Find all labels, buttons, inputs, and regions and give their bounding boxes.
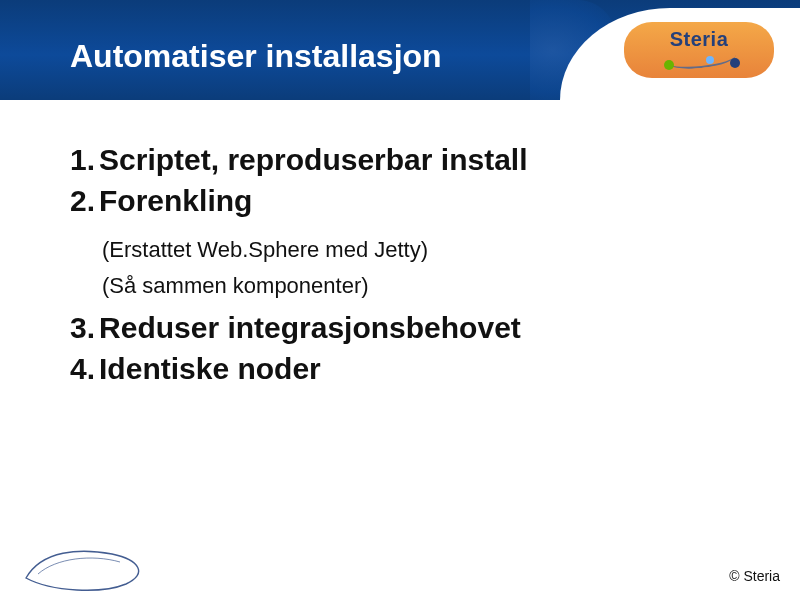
list-text: Reduser integrasjonsbehovet (99, 311, 521, 344)
logo-dot-icon (730, 58, 740, 68)
list-text: Scriptet, reproduserbar install (99, 143, 527, 176)
footer-scribble-icon (22, 544, 152, 592)
slide-title: Automatiser installasjon (70, 38, 442, 75)
list-number: 1. (70, 143, 95, 176)
slide: Automatiser installasjon Steria 1.Script… (0, 0, 800, 600)
logo-text: Steria (624, 28, 774, 51)
logo-dot-icon (664, 60, 674, 70)
list-item: 1.Scriptet, reproduserbar install (70, 140, 760, 181)
list-number: 4. (70, 352, 95, 385)
copyright-text: © Steria (729, 568, 780, 584)
steria-logo: Steria (624, 22, 774, 78)
list-subitem: (Så sammen komponenter) (102, 271, 760, 301)
logo-dot-icon (706, 56, 714, 64)
list-item: 4.Identiske noder (70, 349, 760, 390)
list-number: 2. (70, 184, 95, 217)
list-item: 2.Forenkling (70, 181, 760, 222)
list-number: 3. (70, 311, 95, 344)
list-text: Forenkling (99, 184, 252, 217)
content-area: 1.Scriptet, reproduserbar install 2.Fore… (70, 140, 760, 389)
list-text: Identiske noder (99, 352, 321, 385)
list-subitem: (Erstattet Web.Sphere med Jetty) (102, 235, 760, 265)
list-item: 3.Reduser integrasjonsbehovet (70, 308, 760, 349)
